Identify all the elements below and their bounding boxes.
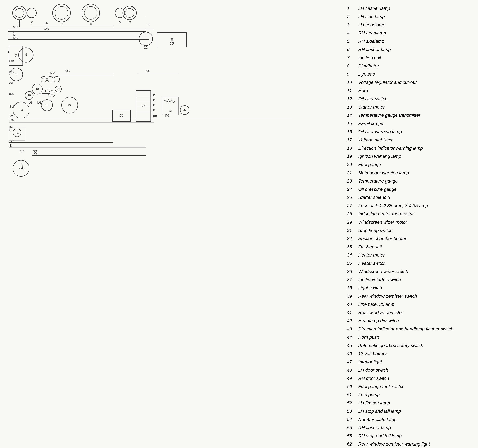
svg-text:GU: GU	[9, 105, 14, 108]
legend-num: 7	[347, 54, 358, 61]
svg-text:G: G	[9, 129, 11, 132]
legend-item: 4612 volt battery	[347, 350, 472, 357]
legend-text: LH stop and tail lamp	[358, 408, 401, 415]
svg-text:3: 3	[61, 22, 63, 26]
legend-text: Number plate lamp	[358, 416, 397, 423]
legend-num: 29	[347, 219, 358, 226]
legend-text: Heater motor	[358, 252, 385, 259]
legend-num: 49	[347, 375, 358, 382]
svg-text:LG: LG	[37, 101, 42, 104]
legend-text: RH stop and tail lamp	[358, 432, 402, 440]
svg-text:9: 9	[15, 72, 17, 76]
legend-text: Main beam warning lamp	[358, 169, 409, 177]
svg-text:NG: NG	[65, 69, 70, 73]
legend-num: 26	[347, 194, 358, 201]
legend-item: 31Stop lamp switch	[347, 227, 472, 234]
legend-item: 7Ignition coil	[347, 54, 472, 61]
legend-text: Heater switch	[358, 260, 386, 267]
legend-text: Rear window demister	[358, 309, 403, 316]
legend-num: 14	[347, 112, 358, 119]
svg-text:31: 31	[183, 108, 186, 111]
legend-item: 12Oil filter switch	[347, 95, 472, 103]
legend-item: 62Rear window demister warning light	[347, 441, 472, 448]
legend-num: 19	[347, 153, 358, 160]
legend-text: Headlamp dipswitch	[358, 317, 399, 325]
svg-text:20: 20	[45, 104, 49, 107]
svg-text:B: B	[153, 108, 155, 111]
legend-num: 6	[347, 46, 358, 53]
legend-item: 52LH flasher lamp	[347, 399, 472, 407]
legend-item: 5RH sidelamp	[347, 38, 472, 45]
legend-num: 50	[347, 383, 358, 390]
legend-text: Ignition/starter switch	[358, 276, 401, 283]
svg-text:RG: RG	[10, 118, 15, 122]
legend-text: Oil filter warning lamp	[358, 128, 402, 135]
svg-text:FG: FG	[165, 114, 169, 117]
legend-num: 18	[347, 145, 358, 152]
legend-num: 20	[347, 161, 358, 168]
legend-text: LH door switch	[358, 367, 388, 374]
svg-text:W: W	[10, 114, 13, 118]
legend-num: 23	[347, 178, 358, 185]
legend-text: Ignition warning lamp	[358, 153, 401, 160]
legend-text: Direction indicator and headlamp flasher…	[358, 325, 453, 333]
svg-text:B: B	[10, 144, 12, 147]
legend-item: 27Fuse unit: 1-2 35 amp, 3-4 35 amp	[347, 202, 472, 209]
legend-text: Oil filter switch	[358, 95, 387, 103]
legend-text: Interior light	[358, 358, 382, 366]
legend-text: LH headlamp	[358, 21, 385, 29]
svg-text:-: -	[7, 44, 8, 49]
svg-text:8: 8	[25, 53, 27, 57]
legend-num: 37	[347, 276, 358, 283]
legend-item: 13Starter motor	[347, 104, 472, 111]
legend-num: 28	[347, 210, 358, 218]
legend-text: RH flasher lamp	[358, 46, 391, 53]
svg-text:RG: RG	[9, 92, 14, 96]
legend-num: 21	[347, 169, 358, 177]
legend-text: Induction heater thermostat	[358, 210, 414, 218]
legend-num: 47	[347, 358, 358, 366]
legend-num: 2	[347, 13, 358, 20]
legend-item: 44Horn push	[347, 334, 472, 341]
legend-item: 23Temperature gauge	[347, 178, 472, 185]
legend-item: 16Oil filter warning lamp	[347, 128, 472, 135]
svg-text:15: 15	[42, 78, 45, 81]
legend-item: 39Rear window demister switch	[347, 293, 472, 300]
legend-item: 45Automatic gearbox safety switch	[347, 342, 472, 349]
legend-text: RH door switch	[358, 375, 389, 382]
svg-text:4: 4	[90, 22, 92, 26]
legend-num: 52	[347, 399, 358, 407]
svg-text:2: 2	[31, 20, 32, 24]
legend-text: Windscreen wiper motor	[358, 219, 407, 226]
legend-text: Dynamo	[358, 71, 375, 78]
legend-text: Starter motor	[358, 104, 385, 111]
legend-item: 50Fuel gauge tank switch	[347, 383, 472, 390]
legend-num: 43	[347, 325, 358, 333]
legend-num: 10	[347, 79, 358, 86]
svg-text:UW: UW	[44, 27, 49, 31]
legend-text: Line fuse, 35 amp	[358, 301, 394, 308]
legend-item: 15Panel lamps	[347, 120, 472, 127]
legend-item: 26Starter solenoid	[347, 194, 472, 201]
legend-num: 16	[347, 128, 358, 135]
legend-text: Automatic gearbox safety switch	[358, 342, 423, 349]
legend-num: 32	[347, 235, 358, 242]
svg-text:28: 28	[168, 109, 172, 112]
main-container: 1 2 3 4 5 6 11 10	[0, 0, 478, 448]
legend-text: Ignition coil	[358, 54, 381, 61]
legend-text: Starter solenoid	[358, 194, 390, 201]
legend-num: 62	[347, 441, 358, 448]
legend-text: Flasher unit	[358, 243, 382, 251]
legend-item: 14Temperature gauge transmitter	[347, 112, 472, 119]
svg-rect-0	[0, 0, 340, 448]
legend-num: 51	[347, 391, 358, 399]
svg-text:PB: PB	[153, 115, 157, 118]
svg-text:23: 23	[19, 108, 23, 111]
legend-text: Voltage regulator and cut-out	[358, 79, 417, 86]
legend-item: 29Windscreen wiper motor	[347, 219, 472, 226]
legend-num: 56	[347, 432, 358, 440]
legend-num: 9	[347, 71, 358, 78]
legend-text: Suction chamber heater	[358, 235, 406, 242]
legend-item: 8Distributor	[347, 62, 472, 70]
legend-text: Distributor	[358, 62, 379, 70]
